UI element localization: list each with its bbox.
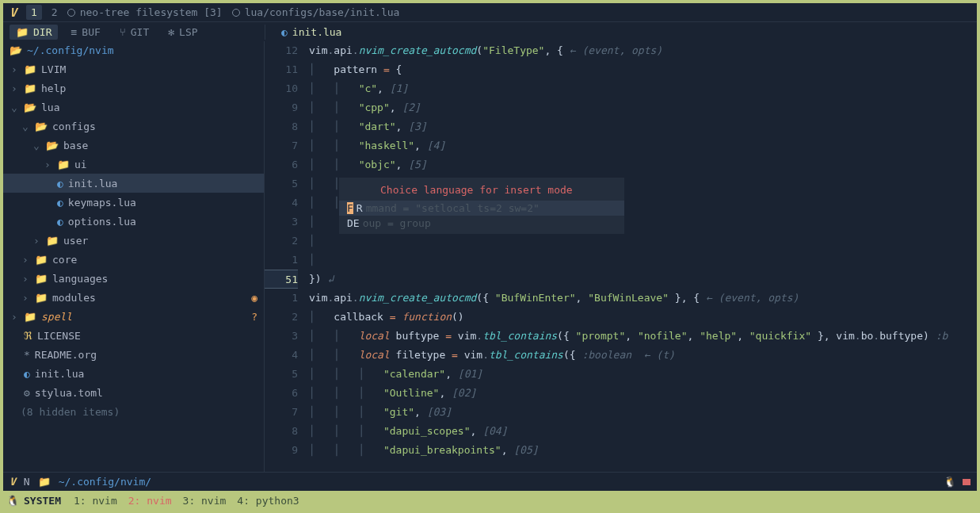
folder-icon: 📁 — [38, 476, 51, 488]
sidebar-tab-lsp[interactable]: ✻ LSP — [162, 25, 204, 40]
file-icon: 📂 — [24, 101, 36, 113]
chevron-icon: › — [10, 82, 19, 94]
tree-item-core[interactable]: ›📁core — [3, 250, 264, 269]
file-icon: 📁 — [57, 159, 70, 170]
tmux-window-1[interactable]: 1: nvim — [74, 495, 117, 507]
tmux-session-name[interactable]: 🐧 SYSTEM — [6, 495, 63, 507]
chevron-icon: ⌄ — [21, 121, 30, 132]
completion-popup[interactable]: Choice language for insert mode FRmmand … — [339, 178, 624, 234]
tree-root-path[interactable]: 📂 ~/.config/nvim — [3, 43, 264, 59]
tree-item-stylua-toml[interactable]: ⚙stylua.toml — [3, 383, 264, 402]
lua-file-icon: ◐ — [281, 26, 288, 38]
tree-item-configs[interactable]: ⌄📂configs — [3, 117, 264, 136]
tree-item-languages[interactable]: ›📁languages — [3, 269, 264, 288]
tree-item-spell[interactable]: ›📁spell? — [3, 307, 264, 326]
line-number: 10 — [265, 79, 298, 98]
linux-icon: 🐧 — [6, 495, 19, 507]
file-icon: ◐ — [24, 368, 30, 380]
tree-item-modules[interactable]: ›📁modules◉ — [3, 288, 264, 307]
list-icon: ≡ — [71, 26, 77, 38]
file-icon: ◐ — [57, 178, 63, 190]
popup-option-de[interactable]: DEoup = group — [339, 216, 624, 231]
line-number: 9 — [265, 441, 298, 460]
file-icon: 📁 — [24, 311, 36, 323]
sidebar-tab-label: DIR — [33, 26, 51, 38]
panel-tabs: 📁 DIR ≡ BUF ⑂ GIT ✻ LSP ◐ init.lua — [3, 22, 977, 41]
tmux-window-4[interactable]: 4: python3 — [237, 495, 299, 507]
buffer-tab-initlua[interactable]: lua/configs/base/init.lua — [232, 6, 400, 18]
file-icon: 📁 — [24, 63, 36, 75]
file-icon: * — [24, 349, 30, 361]
line-number: 8 — [265, 117, 298, 136]
file-icon: 📁 — [35, 273, 48, 285]
tree-item-label: LVIM — [41, 63, 66, 75]
tree-item-user[interactable]: ›📁user — [3, 231, 264, 250]
file-icon: 📂 — [35, 121, 48, 132]
line-number: 7 — [265, 136, 298, 155]
tree-item-label: core — [52, 254, 77, 266]
tree-item-label: init.lua — [35, 368, 85, 380]
chevron-icon: › — [43, 159, 52, 170]
tree-item-label: configs — [52, 121, 96, 132]
file-icon: 📁 — [24, 82, 36, 94]
popup-ghost-text: oup = group — [363, 217, 431, 229]
tree-item-marker-icon: ? — [251, 311, 257, 323]
tree-item-base[interactable]: ⌄📂base — [3, 136, 264, 155]
tree-item-label: options.lua — [68, 216, 136, 228]
file-tree-sidebar[interactable]: 📂 ~/.config/nvim ›📁LVIM›📁help⌄📂lua⌄📂conf… — [3, 41, 265, 472]
chevron-icon: › — [21, 273, 30, 285]
sidebar-tab-buf[interactable]: ≡ BUF — [64, 25, 106, 40]
chevron-icon: › — [10, 311, 19, 323]
tree-item-lvim[interactable]: ›📁LVIM — [3, 59, 264, 78]
file-icon: ℜ — [24, 330, 32, 342]
code-editor[interactable]: 12111098765432151123456789 vim.api.nvim_… — [265, 41, 977, 472]
tree-item-readme-org[interactable]: *README.org — [3, 345, 264, 364]
statusbar: V N 📁 ~/.config/nvim/ 🐧 — [3, 472, 977, 491]
sidebar-tab-label: LSP — [179, 26, 197, 38]
tree-item-label: LICENSE — [37, 330, 81, 342]
code-area[interactable]: vim.api.nvim_create_autocmd("FileType", … — [309, 41, 977, 472]
tmux-window-2[interactable]: 2: nvim — [128, 495, 172, 507]
tree-item-label: help — [41, 82, 66, 94]
tree-item-init-lua[interactable]: ◐init.lua — [3, 174, 264, 193]
line-number: 8 — [265, 422, 298, 441]
buffer-tab-label: neo-tree filesystem [3] — [80, 6, 223, 18]
branch-icon: ⑂ — [120, 26, 126, 38]
buffer-tab-neotree[interactable]: neo-tree filesystem [3] — [67, 6, 223, 18]
sidebar-tab-git[interactable]: ⑂ GIT — [113, 25, 155, 40]
folder-icon: 📁 — [16, 26, 29, 38]
tree-item-init-lua[interactable]: ◐init.lua — [3, 364, 264, 383]
tree-item-label: spell — [41, 311, 72, 323]
file-icon: 📁 — [35, 254, 48, 266]
tree-item-license[interactable]: ℜLICENSE — [3, 326, 264, 345]
circle-icon — [67, 9, 75, 17]
status-indicator-icon — [963, 479, 970, 485]
file-icon: ◐ — [57, 197, 63, 209]
line-number: 6 — [265, 155, 298, 174]
folder-open-icon: 📂 — [10, 44, 22, 56]
tree-item-help[interactable]: ›📁help — [3, 78, 264, 98]
tree-item-label: modules — [52, 292, 96, 304]
tree-item-options-lua[interactable]: ◐options.lua — [3, 212, 264, 231]
sidebar-tab-dir[interactable]: 📁 DIR — [10, 25, 58, 40]
line-number: 51 — [265, 270, 298, 289]
tmux-bar: 🐧 SYSTEM 1: nvim2: nvim3: nvim4: python3 — [3, 491, 977, 510]
chevron-icon: › — [32, 235, 41, 247]
line-number: 11 — [265, 60, 298, 79]
tree-item-marker-icon: ◉ — [251, 292, 257, 304]
window-tab-2[interactable]: 2 — [51, 6, 58, 18]
window-tabbar: V 1 2 neo-tree filesystem [3] lua/config… — [3, 3, 977, 22]
popup-title: Choice language for insert mode — [339, 181, 624, 201]
app-logo: V — [10, 6, 17, 20]
buffer-tab-label: lua/configs/base/init.lua — [245, 6, 400, 18]
tree-item-lua[interactable]: ⌄📂lua — [3, 98, 264, 117]
editor-buffer-tab[interactable]: ◐ init.lua — [276, 25, 346, 40]
popup-option-fr[interactable]: FRmmand = "setlocal ts=2 sw=2" — [339, 201, 624, 216]
tree-item-keymaps-lua[interactable]: ◐keymaps.lua — [3, 193, 264, 212]
tree-item-ui[interactable]: ›📁ui — [3, 155, 264, 174]
window-tab-1[interactable]: 1 — [26, 5, 42, 20]
status-path: ~/.config/nvim/ — [59, 476, 151, 488]
tmux-window-3[interactable]: 3: nvim — [183, 495, 227, 507]
line-number: 1 — [265, 289, 298, 308]
tree-item-label: lua — [41, 101, 59, 113]
